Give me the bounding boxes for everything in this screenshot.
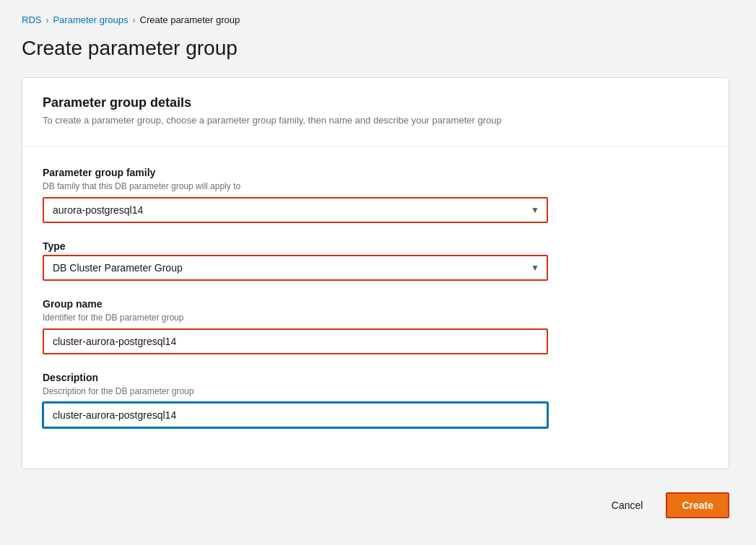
family-label: Parameter group family (43, 167, 708, 178)
page-title: Create parameter group (22, 37, 734, 60)
card-subtitle: To create a parameter group, choose a pa… (43, 115, 708, 126)
family-select[interactable]: aurora-postgresql14 aurora-postgresql13 … (43, 197, 548, 223)
group-name-field-group: Group name Identifier for the DB paramet… (43, 298, 708, 354)
card-title: Parameter group details (43, 95, 708, 110)
description-hint: Description for the DB parameter group (43, 386, 708, 396)
breadcrumb-current: Create parameter group (140, 14, 240, 25)
group-name-label: Group name (43, 298, 708, 310)
family-hint: DB family that this DB parameter group w… (43, 181, 708, 191)
breadcrumb-sep-1: › (45, 15, 48, 25)
type-select[interactable]: DB Cluster Parameter Group DB Parameter … (43, 255, 548, 281)
group-name-input[interactable] (43, 328, 548, 354)
breadcrumb-sep-2: › (133, 15, 136, 25)
card-divider (22, 146, 729, 147)
type-field-group: Type DB Cluster Parameter Group DB Param… (43, 240, 708, 281)
cancel-button[interactable]: Cancel (600, 494, 655, 517)
group-name-hint: Identifier for the DB parameter group (43, 313, 708, 323)
footer-actions: Cancel Create (22, 492, 729, 518)
create-button[interactable]: Create (666, 492, 729, 518)
family-field-group: Parameter group family DB family that th… (43, 167, 708, 223)
description-field-group: Description Description for the DB param… (43, 372, 708, 428)
breadcrumb-parameter-groups-link[interactable]: Parameter groups (53, 14, 128, 25)
breadcrumb-rds-link[interactable]: RDS (22, 14, 41, 25)
description-input[interactable] (43, 402, 548, 428)
family-select-wrapper: aurora-postgresql14 aurora-postgresql13 … (43, 197, 548, 223)
form-card: Parameter group details To create a para… (22, 77, 729, 469)
breadcrumb: RDS › Parameter groups › Create paramete… (22, 14, 734, 25)
type-label: Type (43, 240, 708, 252)
type-select-wrapper: DB Cluster Parameter Group DB Parameter … (43, 255, 548, 281)
description-label: Description (43, 372, 708, 383)
